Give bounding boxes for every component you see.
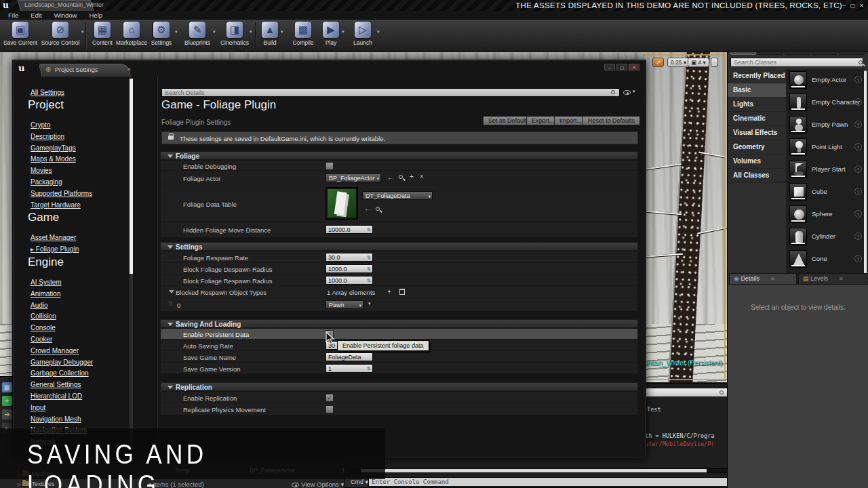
- scrollbar-thumb[interactable]: [130, 79, 133, 274]
- launch-button[interactable]: ▷Launch: [349, 22, 377, 50]
- foliage-respawn-rate-field[interactable]: 30.0: [326, 253, 373, 262]
- actor-item-sphere[interactable]: Sphere?: [786, 203, 866, 226]
- sidebar-item-target-hardware[interactable]: Target Hardware: [31, 200, 142, 211]
- section-header-foliage[interactable]: Foliage: [160, 151, 638, 160]
- sidebar-item-animation[interactable]: Animation: [31, 289, 142, 300]
- menu-edit[interactable]: Edit: [31, 12, 41, 19]
- block-respawn-radius-field[interactable]: 1000.0: [326, 276, 373, 285]
- settings-button[interactable]: ⚙Settings: [146, 22, 176, 50]
- browse-icon[interactable]: [399, 175, 403, 179]
- sidebar-item-audio[interactable]: Audio: [31, 300, 142, 312]
- scrollbar-thumb[interactable]: [361, 469, 707, 472]
- hidden-foliage-move-distance-field[interactable]: 10000.0: [326, 225, 373, 234]
- actor-list-scrollbar[interactable]: [864, 70, 867, 274]
- console-command-input[interactable]: [368, 477, 766, 487]
- sidebar-item-description[interactable]: Description: [31, 131, 142, 143]
- log-horizontal-scrollbar[interactable]: [351, 468, 766, 473]
- actor-item-cylinder[interactable]: Cylinder?: [786, 226, 866, 248]
- category-geometry[interactable]: Geometry: [728, 140, 786, 155]
- use-selected-icon[interactable]: ←: [387, 174, 394, 181]
- chevron-down-icon[interactable]: ▾: [368, 301, 371, 306]
- chevron-down-icon[interactable]: ▾: [342, 29, 344, 35]
- sidebar-item-garbage-collection[interactable]: Garbage Collection: [31, 368, 142, 380]
- sidebar-item-gameplaytags[interactable]: GameplayTags: [31, 143, 142, 155]
- save-game-version-field[interactable]: 1: [326, 364, 373, 373]
- actor-item-empty-pawn[interactable]: Empty Pawn?: [786, 114, 866, 136]
- view-settings-eye-icon[interactable]: [623, 90, 631, 95]
- chevron-down-icon[interactable]: ▾: [175, 29, 178, 35]
- chevron-down-icon[interactable]: ▾: [81, 29, 84, 35]
- set-as-default-button[interactable]: Set as Default: [483, 116, 532, 125]
- category-lights[interactable]: Lights: [728, 98, 786, 112]
- category-volumes[interactable]: Volumes: [728, 155, 786, 169]
- menu-window[interactable]: Window: [54, 12, 77, 19]
- screen-percentage-icon[interactable]: ↗: [652, 58, 664, 67]
- maximize-viewport-icon[interactable]: [711, 58, 718, 67]
- category-all-classes[interactable]: All Classes: [728, 169, 786, 183]
- chevron-down-icon[interactable]: ▾: [377, 29, 380, 35]
- sidebar-item-supported-platforms[interactable]: Supported Platforms: [31, 188, 142, 200]
- category-recently-placed[interactable]: Recently Placed: [728, 69, 786, 83]
- menu-file[interactable]: File: [8, 12, 18, 19]
- compile-button[interactable]: ▩Compile: [288, 22, 319, 50]
- sidebar-item-gameplay-debugger[interactable]: Gameplay Debugger: [31, 357, 142, 369]
- collapse-icon[interactable]: [169, 290, 174, 293]
- sidebar-item-console[interactable]: Console: [31, 323, 142, 334]
- actor-item-empty-character[interactable]: Empty Character?: [786, 92, 866, 114]
- close-tab-icon[interactable]: ✕: [127, 66, 132, 73]
- category-visual-effects[interactable]: Visual Effects: [728, 126, 786, 140]
- menu-help[interactable]: Help: [89, 12, 102, 19]
- play-button[interactable]: ▶Play: [320, 22, 342, 50]
- category-basic[interactable]: Basic: [728, 83, 786, 98]
- replicate-physics-checkbox[interactable]: [326, 405, 334, 413]
- delete-icon[interactable]: [399, 289, 405, 295]
- sidebar-all-settings-link[interactable]: All Settings: [31, 89, 64, 96]
- browse-icon[interactable]: [376, 207, 380, 211]
- close-icon[interactable]: ✕: [629, 64, 639, 70]
- screen-percentage-value[interactable]: 0.25 ▾: [667, 58, 690, 67]
- data-table-thumbnail[interactable]: [326, 187, 358, 220]
- sidebar-item-maps-modes[interactable]: Maps & Modes: [31, 154, 142, 165]
- object-type-combo[interactable]: Pawn: [326, 300, 363, 309]
- sidebar-item-collision[interactable]: Collision: [31, 311, 142, 323]
- sidebar-item-packaging[interactable]: Packaging: [31, 177, 142, 188]
- actor-item-cube[interactable]: Cube?: [786, 181, 866, 203]
- log-search-input[interactable]: [638, 388, 728, 397]
- sidebar-item-cooker[interactable]: Cooker: [31, 334, 142, 346]
- build-button[interactable]: ▲Build: [258, 22, 282, 50]
- actor-item-point-light[interactable]: Point Light?: [786, 136, 866, 159]
- actor-item-cone[interactable]: Cone?: [786, 248, 866, 270]
- sidebar-item-crypto[interactable]: Crypto: [31, 120, 142, 131]
- add-new-icon[interactable]: +: [2, 396, 12, 406]
- sidebar-item-navigation-mesh[interactable]: Navigation Mesh: [31, 414, 142, 426]
- section-header-replication[interactable]: Replication: [160, 382, 638, 391]
- sidebar-item-ai-system[interactable]: AI System: [31, 277, 142, 289]
- minimize-icon[interactable]: ─: [604, 64, 615, 70]
- actor-item-empty-actor[interactable]: Empty Actor?: [786, 69, 866, 92]
- cinematics-button[interactable]: ◨Cinematics: [217, 22, 252, 50]
- block-despawn-radius-field[interactable]: 1000.0: [326, 264, 373, 273]
- enable-debugging-checkbox[interactable]: [326, 162, 334, 170]
- sidebar-item-general-settings[interactable]: General Settings: [31, 380, 142, 391]
- close-icon[interactable]: ✕: [839, 276, 844, 282]
- sidebar-item-movies[interactable]: Movies: [31, 165, 142, 177]
- reset-to-defaults-button[interactable]: Reset to Defaults: [583, 116, 640, 125]
- close-icon[interactable]: ✕: [770, 276, 775, 282]
- chevron-down-icon[interactable]: ▾: [633, 89, 635, 94]
- add-element-icon[interactable]: +: [387, 288, 391, 296]
- sidebar-item-foliage-plugin[interactable]: ▸ Foliage Plugin: [31, 244, 142, 256]
- clear-icon[interactable]: ×: [420, 173, 424, 180]
- tab-levels[interactable]: ▤ Levels✕: [798, 273, 867, 285]
- foliage-actor-combo[interactable]: BP_FoliageActor: [326, 174, 381, 182]
- chevron-down-icon[interactable]: ▾: [250, 29, 252, 35]
- search-classes-input[interactable]: [730, 58, 863, 67]
- foliage-data-table-combo[interactable]: DT_FoliageData: [362, 191, 433, 200]
- maximize-icon[interactable]: ▢: [616, 64, 627, 70]
- section-header-saving[interactable]: Saving And Loading: [160, 319, 638, 328]
- actor-item-player-start[interactable]: Player Start?: [786, 159, 866, 181]
- sidebar-item-crowd-manager[interactable]: Crowd Manager: [31, 346, 142, 357]
- tab-details[interactable]: ◉ Details✕: [729, 273, 797, 285]
- chevron-down-icon[interactable]: ▾: [213, 29, 216, 35]
- use-selected-icon[interactable]: ←: [364, 205, 371, 212]
- camera-speed-button[interactable]: ▣ 4 ▾: [688, 58, 709, 67]
